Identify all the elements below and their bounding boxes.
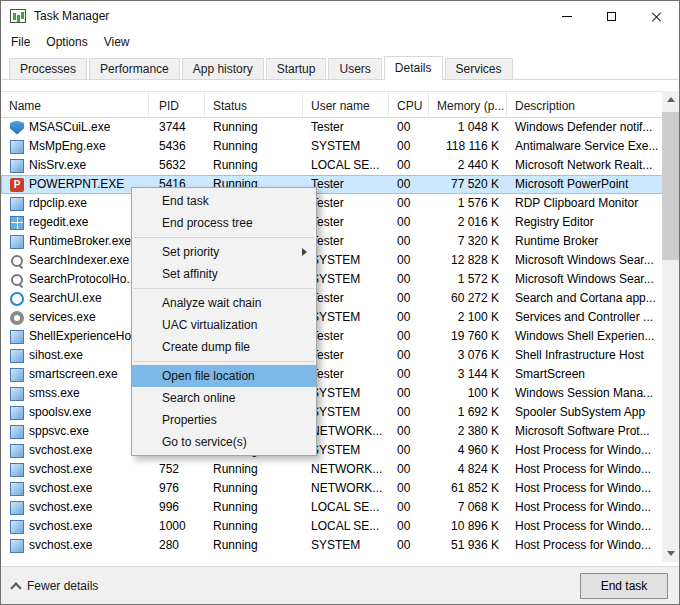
context-menu-item-set-affinity[interactable]: Set affinity	[132, 263, 316, 285]
cell-mem: 3 076 K	[429, 346, 507, 365]
tab-startup[interactable]: Startup	[266, 58, 327, 79]
table-row[interactable]: POWERPNT.EXE5416RunningTester0077 520 KM…	[1, 175, 664, 194]
table-row[interactable]: SearchIndexer.exeSYSTEM0012 828 KMicroso…	[1, 251, 664, 270]
cell-name: ShellExperienceHo...	[1, 327, 149, 346]
fewer-details-button[interactable]: Fewer details	[12, 579, 98, 593]
cell-mem: 2 016 K	[429, 213, 507, 232]
context-menu-item-search-online[interactable]: Search online	[132, 387, 316, 409]
table-row[interactable]: MsMpEng.exe5436RunningSYSTEM00118 116 KA…	[1, 137, 664, 156]
table-row[interactable]: sihost.exeTester003 076 KShell Infrastru…	[1, 346, 664, 365]
table-row[interactable]: RuntimeBroker.exeTester007 320 KRuntime …	[1, 232, 664, 251]
table-row[interactable]: svchost.exe552RunningSYSTEM004 960 KHost…	[1, 441, 664, 460]
close-button[interactable]	[634, 1, 679, 31]
process-name: svchost.exe	[29, 536, 92, 555]
process-name: SearchProtocolHo...	[29, 270, 136, 289]
menu-separator	[134, 237, 314, 238]
menu-file[interactable]: File	[3, 32, 38, 53]
column-header-name[interactable]: Name	[1, 92, 149, 117]
table-row[interactable]: SearchProtocolHo...SYSTEM001 572 KMicros…	[1, 270, 664, 289]
minimize-button[interactable]	[544, 1, 589, 31]
process-name: svchost.exe	[29, 460, 92, 479]
process-name: SearchIndexer.exe	[29, 251, 129, 270]
column-header-status[interactable]: Status	[205, 92, 303, 117]
cell-mem: 1 048 K	[429, 118, 507, 137]
process-name: spoolsv.exe	[29, 403, 91, 422]
table-row[interactable]: services.exeSYSTEM002 100 KServices and …	[1, 308, 664, 327]
scroll-thumb[interactable]	[662, 112, 679, 260]
shield-icon	[10, 121, 24, 135]
context-menu-item-end-task[interactable]: End task	[132, 190, 316, 212]
cell-pid: 752	[149, 460, 205, 479]
context-menu-item-open-file-location[interactable]: Open file location	[132, 365, 316, 387]
process-name: svchost.exe	[29, 517, 92, 536]
scroll-up-arrow[interactable]	[662, 91, 679, 108]
context-menu-item-analyze-wait-chain[interactable]: Analyze wait chain	[132, 292, 316, 314]
table-row[interactable]: NisSrv.exe5632RunningLOCAL SE...002 440 …	[1, 156, 664, 175]
vertical-scrollbar[interactable]	[662, 91, 679, 562]
app-icon	[10, 520, 24, 534]
menu-view[interactable]: View	[96, 32, 138, 53]
table-row[interactable]: svchost.exe976RunningNETWORK...0061 852 …	[1, 479, 664, 498]
cell-pid: 3744	[149, 118, 205, 137]
table-row[interactable]: rdpclip.exeTester001 576 KRDP Clipboard …	[1, 194, 664, 213]
menu-item-label: Open file location	[162, 369, 255, 383]
cell-name: SearchProtocolHo...	[1, 270, 149, 289]
process-name: svchost.exe	[29, 498, 92, 517]
context-menu-item-uac-virtualization[interactable]: UAC virtualization	[132, 314, 316, 336]
table-row[interactable]: sppsvc.exeNETWORK...002 380 KMicrosoft S…	[1, 422, 664, 441]
menu-options[interactable]: Options	[38, 32, 95, 53]
cell-name: svchost.exe	[1, 517, 149, 536]
cell-user: LOCAL SE...	[303, 156, 389, 175]
cell-name: NisSrv.exe	[1, 156, 149, 175]
context-menu-item-go-to-service-s[interactable]: Go to service(s)	[132, 431, 316, 453]
end-task-button[interactable]: End task	[580, 573, 668, 599]
tab-app-history[interactable]: App history	[182, 58, 264, 79]
cell-name: services.exe	[1, 308, 149, 327]
cell-name: smartscreen.exe	[1, 365, 149, 384]
maximize-button[interactable]	[589, 1, 634, 31]
maximize-icon	[607, 12, 616, 21]
tab-services[interactable]: Services	[445, 58, 513, 79]
cell-mem: 2 380 K	[429, 422, 507, 441]
cell-desc: Registry Editor	[507, 213, 664, 232]
table-row[interactable]: smss.exeSYSTEM00100 KWindows Session Man…	[1, 384, 664, 403]
context-menu-item-end-process-tree[interactable]: End process tree	[132, 212, 316, 234]
tab-processes[interactable]: Processes	[9, 58, 87, 79]
table-row[interactable]: SearchUI.exeTester0060 272 KSearch and C…	[1, 289, 664, 308]
table-row[interactable]: svchost.exe280RunningSYSTEM0051 936 KHos…	[1, 536, 664, 555]
process-name: MsMpEng.exe	[29, 137, 106, 156]
app-icon	[10, 235, 24, 249]
column-header-memory-p[interactable]: Memory (p...	[429, 92, 507, 117]
cell-cpu: 00	[389, 308, 429, 327]
table-row[interactable]: spoolsv.exeSYSTEM001 692 KSpooler SubSys…	[1, 403, 664, 422]
column-header-description[interactable]: Description	[507, 92, 664, 117]
column-header-cpu[interactable]: CPU	[389, 92, 429, 117]
table-row[interactable]: regedit.exeTester002 016 KRegistry Edito…	[1, 213, 664, 232]
context-menu-item-properties[interactable]: Properties	[132, 409, 316, 431]
menu-item-label: End task	[162, 194, 209, 208]
cell-desc: Host Process for Windo...	[507, 498, 664, 517]
column-header-pid[interactable]: PID	[149, 92, 205, 117]
context-menu-item-set-priority[interactable]: Set priority	[132, 241, 316, 263]
cell-cpu: 00	[389, 403, 429, 422]
table-row[interactable]: svchost.exe996RunningLOCAL SE...007 068 …	[1, 498, 664, 517]
table-row[interactable]: smartscreen.exeTester003 144 KSmartScree…	[1, 365, 664, 384]
footer-bar: Fewer details End task	[1, 566, 679, 605]
task-manager-app-icon[interactable]	[10, 9, 26, 23]
cell-mem: 1 576 K	[429, 194, 507, 213]
table-row[interactable]: svchost.exe752RunningNETWORK...004 824 K…	[1, 460, 664, 479]
scroll-down-arrow[interactable]	[662, 545, 679, 562]
tab-performance[interactable]: Performance	[89, 58, 180, 79]
tab-details[interactable]: Details	[384, 56, 443, 80]
table-row[interactable]: MSASCuiL.exe3744RunningTester001 048 KWi…	[1, 118, 664, 137]
tab-users[interactable]: Users	[328, 58, 381, 79]
menu-item-label: UAC virtualization	[162, 318, 257, 332]
column-header-user-name[interactable]: User name	[303, 92, 389, 117]
table-row[interactable]: svchost.exe1000RunningLOCAL SE...0010 89…	[1, 517, 664, 536]
process-name: ShellExperienceHo...	[29, 327, 141, 346]
cell-user: LOCAL SE...	[303, 517, 389, 536]
cell-status: Running	[205, 536, 303, 555]
cell-desc: Windows Shell Experien...	[507, 327, 664, 346]
table-row[interactable]: ShellExperienceHo...Tester0019 760 KWind…	[1, 327, 664, 346]
context-menu-item-create-dump-file[interactable]: Create dump file	[132, 336, 316, 358]
